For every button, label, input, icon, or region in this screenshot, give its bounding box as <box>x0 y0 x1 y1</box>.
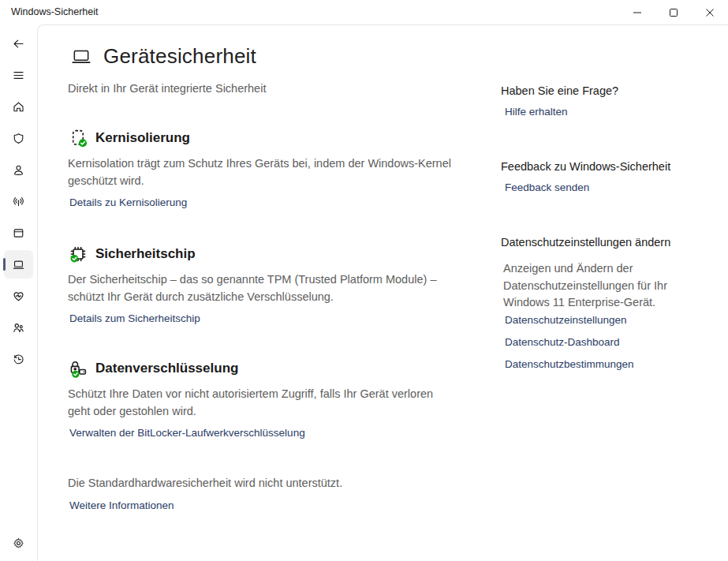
selected-accent-pill <box>3 258 6 271</box>
aside-privacy-heading: Datenschutzeinstellungen ändern <box>501 236 670 249</box>
page-header: Gerätesicherheit <box>69 44 256 69</box>
account-icon <box>12 163 25 177</box>
bitlocker-manage-link[interactable]: Verwalten der BitLocker-Laufwerkverschlü… <box>69 427 305 439</box>
minimize-button[interactable] <box>619 0 655 24</box>
back-icon <box>12 37 25 50</box>
sidebar-item-protection-history[interactable] <box>4 345 33 373</box>
section-data-encryption-header: Datenverschlüsselung <box>68 358 238 379</box>
sidebar-item-app-browser-control[interactable] <box>4 219 33 247</box>
family-icon <box>12 321 25 335</box>
menu-button[interactable] <box>4 61 33 89</box>
sidebar-item-family-options[interactable] <box>4 313 33 342</box>
core-isolation-icon <box>68 128 88 148</box>
maximize-icon <box>669 8 678 17</box>
maximize-button[interactable] <box>655 0 692 24</box>
history-icon <box>12 353 25 366</box>
section-body: Der Sicherheitschip – das so genannte TP… <box>68 271 453 305</box>
page-title: Gerätesicherheit <box>103 44 256 69</box>
sidebar-item-account-protection[interactable] <box>4 155 33 184</box>
section-core-isolation-header: Kernisolierung <box>68 128 190 148</box>
menu-icon <box>12 69 25 82</box>
device-security-icon <box>12 258 25 271</box>
privacy-dashboard-link[interactable]: Datenschutz-Dashboard <box>505 336 620 348</box>
section-security-chip-header: Sicherheitschip <box>68 244 196 264</box>
aside-privacy-body: Anzeigen und Ändern der Datenschutzeinst… <box>503 260 681 312</box>
health-icon <box>12 290 25 303</box>
settings-gear-icon <box>12 537 25 550</box>
get-help-link[interactable]: Hilfe erhalten <box>505 106 568 118</box>
sidebar-nav <box>0 24 37 561</box>
device-security-page-icon <box>69 47 93 67</box>
window-controls <box>619 0 728 24</box>
section-title: Datenverschlüsselung <box>95 361 238 376</box>
send-feedback-link[interactable]: Feedback senden <box>505 181 589 193</box>
network-icon <box>12 195 25 208</box>
section-title: Sicherheitschip <box>95 246 196 262</box>
sidebar-item-virus-protection[interactable] <box>4 124 33 152</box>
section-title: Kernisolierung <box>95 130 190 146</box>
home-icon <box>12 100 25 114</box>
sidebar-item-device-security[interactable] <box>4 250 33 279</box>
security-chip-details-link[interactable]: Details zum Sicherheitschip <box>69 312 200 324</box>
close-icon <box>705 8 715 17</box>
back-button[interactable] <box>4 29 33 58</box>
aside-feedback-heading: Feedback zu Windows-Sicherheit <box>501 160 670 173</box>
privacy-settings-link[interactable]: Datenschutzeinstellungen <box>505 314 627 326</box>
section-body: Kernisolation trägt zum Schutz Ihres Ger… <box>68 155 453 189</box>
settings-button[interactable] <box>4 529 33 557</box>
minimize-icon <box>633 8 642 17</box>
sidebar-item-device-health[interactable] <box>4 282 33 310</box>
shield-icon <box>12 132 25 145</box>
page-subtitle: Direkt in Ihr Gerät integrierte Sicherhe… <box>68 82 266 95</box>
close-button[interactable] <box>692 0 728 24</box>
aside-question-heading: Haben Sie eine Frage? <box>501 84 618 97</box>
section-body: Schützt Ihre Daten vor nicht autorisiert… <box>68 386 453 420</box>
security-chip-icon <box>68 244 88 264</box>
standard-hardware-security-status: Die Standardhardwaresicherheit wird nich… <box>68 475 342 492</box>
app-browser-icon <box>12 226 25 240</box>
data-encryption-icon <box>68 358 88 379</box>
more-information-link[interactable]: Weitere Informationen <box>69 499 174 511</box>
window-title: Windows-Sicherheit <box>11 0 98 24</box>
core-isolation-details-link[interactable]: Details zu Kernisolierung <box>69 196 187 208</box>
sidebar-item-firewall-network[interactable] <box>4 187 33 215</box>
titlebar: Windows-Sicherheit <box>0 0 728 24</box>
privacy-statement-link[interactable]: Datenschutzbestimmungen <box>505 358 634 370</box>
sidebar-item-home[interactable] <box>4 92 33 121</box>
